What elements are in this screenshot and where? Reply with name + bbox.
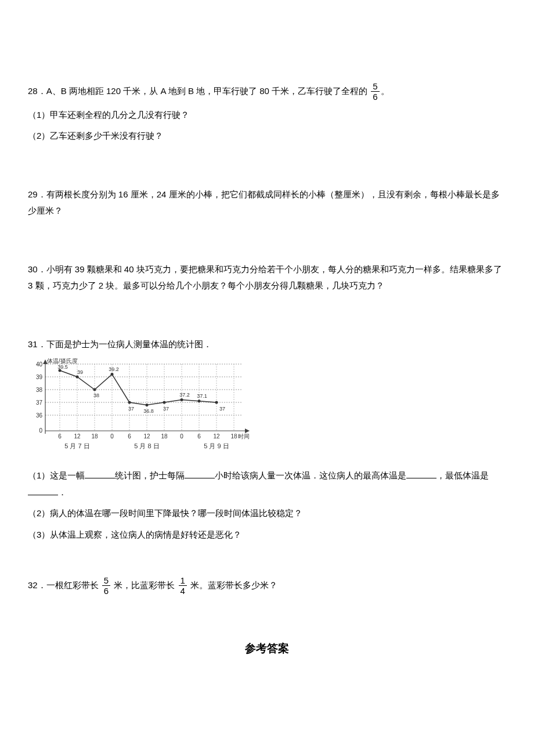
q31-sub1-a: （1）这是一幅: [28, 470, 85, 480]
svg-text:36.8: 36.8: [143, 408, 154, 414]
q28-sub2: （2）乙车还剩多少千米没有行驶？: [28, 128, 506, 145]
svg-text:39: 39: [36, 374, 43, 380]
svg-point-51: [215, 401, 218, 404]
svg-text:18: 18: [161, 433, 168, 440]
q28-stem: 28．A、B 两地相距 120 千米，从 A 地到 B 地，甲车行驶了 80 千…: [28, 81, 506, 102]
q28-stem-a: 28．A、B 两地相距 120 千米，从 A 地到 B 地，甲车行驶了 80 千…: [28, 86, 367, 96]
svg-text:37: 37: [163, 406, 169, 412]
svg-text:38: 38: [93, 393, 99, 398]
svg-text:39.5: 39.5: [57, 364, 68, 370]
q31-sub1-e: ．: [58, 487, 67, 497]
svg-text:12: 12: [74, 433, 81, 440]
svg-text:5 月 9 日: 5 月 9 日: [204, 442, 229, 449]
q32-c: 米。蓝彩带长多少米？: [190, 580, 277, 590]
svg-text:37: 37: [128, 406, 134, 412]
question-32: 32．一根红彩带长 5 6 米，比蓝彩带长 1 4 米。蓝彩带长多少米？: [28, 575, 506, 596]
q31-sub1: （1）这是一幅统计图，护士每隔小时给该病人量一次体温．这位病人的最高体温是，最低…: [28, 467, 506, 501]
q32-a: 32．一根红彩带长: [28, 580, 99, 590]
q31-sub2: （2）病人的体温在哪一段时间里下降最快？哪一段时间体温比较稳定？: [28, 505, 506, 522]
q31-stem: 31．下面是护士为一位病人测量体温的统计图．: [28, 336, 506, 353]
svg-text:0: 0: [110, 433, 114, 440]
frac-den: 6: [371, 92, 379, 102]
svg-text:18: 18: [230, 433, 237, 440]
svg-text:37: 37: [219, 406, 225, 412]
frac-num: 5: [371, 81, 379, 92]
svg-text:39: 39: [77, 369, 83, 375]
svg-point-49: [181, 398, 183, 401]
q29-stem: 29．有两根长度分别为 16 厘米，24 厘米的小棒，把它们都截成同样长的小棒（…: [28, 186, 506, 219]
frac-den: 4: [179, 586, 187, 596]
question-29: 29．有两根长度分别为 16 厘米，24 厘米的小棒，把它们都截成同样长的小棒（…: [28, 186, 506, 219]
q28-sub1: （1）甲车还剩全程的几分之几没有行驶？: [28, 107, 506, 124]
svg-point-45: [111, 373, 114, 376]
svg-text:5 月 8 日: 5 月 8 日: [134, 442, 159, 449]
svg-text:6: 6: [128, 433, 131, 440]
frac-den: 6: [102, 586, 110, 596]
svg-text:18: 18: [91, 433, 98, 440]
frac-num: 5: [102, 575, 110, 586]
svg-point-48: [163, 401, 166, 404]
q30-stem: 30．小明有 39 颗糖果和 40 块巧克力，要把糖果和巧克力分给若干个小朋友，…: [28, 261, 506, 294]
svg-text:时间: 时间: [238, 433, 250, 440]
svg-text:12: 12: [143, 433, 150, 440]
svg-text:37: 37: [36, 399, 43, 406]
svg-text:12: 12: [213, 433, 220, 440]
q31-sub3: （3）从体温上观察，这位病人的病情是好转还是恶化？: [28, 527, 506, 543]
question-30: 30．小明有 39 颗糖果和 40 块巧克力，要把糖果和巧克力分给若干个小朋友，…: [28, 261, 506, 294]
q28-stem-b: 。: [381, 86, 389, 96]
svg-text:37.2: 37.2: [179, 392, 190, 398]
svg-text:40: 40: [36, 361, 43, 368]
question-28: 28．A、B 两地相距 120 千米，从 A 地到 B 地，甲车行驶了 80 千…: [28, 81, 506, 145]
svg-text:6: 6: [197, 433, 201, 440]
svg-text:36: 36: [36, 412, 43, 419]
blank-chart-type[interactable]: [85, 468, 115, 478]
blank-min-temp[interactable]: [28, 485, 58, 495]
svg-point-50: [198, 399, 201, 402]
temperature-chart: 40 39 38 37 36 0: [28, 358, 254, 457]
fraction-5-6: 5 6: [102, 575, 110, 596]
fraction-1-4: 1 4: [179, 575, 187, 596]
svg-text:0: 0: [39, 427, 42, 434]
svg-point-44: [93, 388, 96, 391]
svg-text:37.1: 37.1: [197, 393, 207, 399]
svg-text:39.2: 39.2: [109, 366, 119, 372]
svg-text:0: 0: [180, 433, 183, 440]
q31-sub1-b: 统计图，护士每隔: [115, 470, 185, 480]
q31-sub1-d: ，最低体温是: [436, 470, 489, 480]
svg-text:体温/摄氏度: 体温/摄氏度: [47, 358, 78, 364]
svg-text:5 月 7 日: 5 月 7 日: [64, 442, 89, 449]
svg-point-46: [128, 401, 131, 404]
q32-b: 米，比蓝彩带长: [114, 580, 175, 590]
question-31: 31．下面是护士为一位病人测量体温的统计图． 40 39 38 37 36 0: [28, 336, 506, 543]
svg-point-47: [146, 404, 149, 406]
answer-heading: 参考答案: [28, 638, 506, 659]
blank-interval[interactable]: [185, 468, 215, 478]
frac-num: 1: [179, 575, 187, 586]
svg-text:38: 38: [36, 387, 43, 393]
svg-marker-14: [245, 429, 250, 433]
fraction-5-6: 5 6: [371, 81, 379, 102]
svg-point-43: [76, 376, 79, 379]
svg-text:6: 6: [58, 433, 62, 440]
q32-stem: 32．一根红彩带长 5 6 米，比蓝彩带长 1 4 米。蓝彩带长多少米？: [28, 575, 506, 596]
q31-sub1-c: 小时给该病人量一次体温．这位病人的最高体温是: [215, 470, 406, 480]
blank-max-temp[interactable]: [406, 468, 436, 478]
